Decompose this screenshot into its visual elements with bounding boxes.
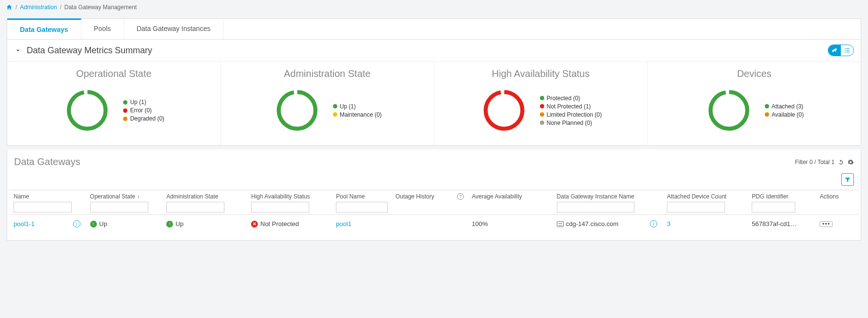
- breadcrumb-current: Data Gateway Management: [64, 4, 137, 11]
- filter-op-input[interactable]: [90, 202, 148, 212]
- view-list-button[interactable]: [841, 45, 853, 56]
- metric-title: Devices: [653, 68, 856, 79]
- metric-operational-state: Operational State Up (1) Error (0) Degra…: [7, 61, 221, 145]
- row-pdg-identifier: 567837af-cd1…: [752, 220, 797, 227]
- tab-data-gateway-instances[interactable]: Data Gateway Instances: [124, 19, 224, 39]
- row-name-link[interactable]: pool1-1: [14, 220, 34, 227]
- row-ha-status: Not Protected: [260, 220, 299, 227]
- tab-pools[interactable]: Pools: [81, 19, 124, 39]
- status-up-icon: ↑: [166, 221, 173, 227]
- donut-chart-icon: [705, 86, 753, 135]
- tabs: Data Gateways Pools Data Gateway Instanc…: [7, 19, 861, 40]
- col-attached-count[interactable]: Attached Device Count: [663, 190, 748, 215]
- filter-inst-input[interactable]: [557, 202, 634, 212]
- svg-rect-1: [846, 48, 849, 49]
- filter-ha-input[interactable]: [251, 202, 309, 212]
- col-name[interactable]: Name: [10, 190, 86, 215]
- col-pdg-identifier[interactable]: PDG Identifier: [748, 190, 816, 215]
- breadcrumb-admin[interactable]: Administration: [20, 4, 57, 11]
- metric-title: High Availability Status: [439, 68, 643, 79]
- more-actions-button[interactable]: •••: [820, 221, 833, 227]
- row-avg-availability: 100%: [472, 220, 488, 227]
- breadcrumb: / Administration / Data Gateway Manageme…: [0, 0, 868, 15]
- filter-pdg-input[interactable]: [752, 202, 795, 212]
- summary-title: Data Gateway Metrics Summary: [27, 45, 152, 56]
- metric-high-availability: High Availability Status Protected (0) N…: [434, 61, 648, 145]
- row-op-state: Up: [99, 220, 108, 227]
- svg-point-4: [845, 52, 846, 53]
- col-actions: Actions: [816, 190, 858, 215]
- filter-pool-input[interactable]: [336, 202, 388, 212]
- filter-name-input[interactable]: [14, 202, 72, 212]
- col-instance-name[interactable]: Data Gateway Instance Name: [553, 190, 663, 215]
- refresh-icon[interactable]: [837, 159, 844, 166]
- status-error-icon: ✕: [251, 221, 258, 227]
- svg-point-6: [69, 92, 106, 129]
- row-attached-count-link[interactable]: 3: [667, 220, 670, 227]
- view-toggle: [828, 45, 854, 56]
- row-instance-name: cdg-147.cisco.com: [566, 220, 618, 227]
- donut-chart-icon: [273, 86, 321, 135]
- home-icon[interactable]: [6, 4, 13, 11]
- filter-admin-input[interactable]: [166, 202, 224, 212]
- metric-title: Administration State: [226, 68, 429, 79]
- col-pool-name[interactable]: Pool Name: [332, 190, 392, 215]
- status-up-icon: ↑: [90, 221, 97, 227]
- col-op-state[interactable]: Operational State↑: [86, 190, 163, 215]
- svg-point-0: [845, 48, 846, 49]
- tab-data-gateways[interactable]: Data Gateways: [7, 18, 81, 39]
- gear-icon[interactable]: [847, 159, 854, 166]
- metric-title: Operational State: [12, 68, 216, 79]
- chevron-down-icon[interactable]: [14, 46, 22, 54]
- donut-chart-icon: [480, 86, 528, 135]
- view-chart-button[interactable]: [828, 45, 841, 56]
- sort-asc-icon: ↑: [137, 194, 140, 199]
- svg-rect-3: [846, 50, 849, 50]
- server-icon: [557, 221, 564, 227]
- filter-count-input[interactable]: [667, 202, 725, 212]
- col-outage-history[interactable]: Outage History?: [392, 190, 468, 215]
- svg-point-8: [486, 92, 522, 129]
- metric-devices: Devices Attached (3) Available (0): [648, 61, 861, 145]
- info-icon[interactable]: i: [73, 220, 80, 227]
- svg-point-7: [279, 92, 316, 129]
- svg-point-9: [710, 92, 747, 129]
- col-ha-status[interactable]: High Availability Status: [247, 190, 332, 215]
- col-admin-state[interactable]: Administration State: [162, 190, 247, 215]
- filter-button[interactable]: [841, 173, 854, 186]
- section-title: Data Gateways: [14, 156, 80, 167]
- data-gateways-table: Name Operational State↑ Administration S…: [10, 190, 858, 232]
- svg-point-2: [845, 50, 846, 51]
- row-admin-state: Up: [175, 220, 184, 227]
- col-avg-availability[interactable]: Average Availability: [468, 190, 552, 215]
- breadcrumb-sep: /: [16, 4, 17, 11]
- filter-total-text: Filter 0 / Total 1: [795, 159, 835, 166]
- info-icon[interactable]: i: [650, 220, 657, 227]
- metric-administration-state: Administration State Up (1) Maintenance …: [221, 61, 435, 145]
- svg-rect-5: [846, 52, 849, 52]
- table-row: pool1-1i ↑Up ↑Up ✕Not Protected pool1 10…: [10, 215, 858, 233]
- row-pool-link[interactable]: pool1: [336, 220, 351, 227]
- help-icon[interactable]: ?: [457, 193, 464, 200]
- donut-chart-icon: [63, 86, 111, 135]
- breadcrumb-sep: /: [60, 4, 61, 11]
